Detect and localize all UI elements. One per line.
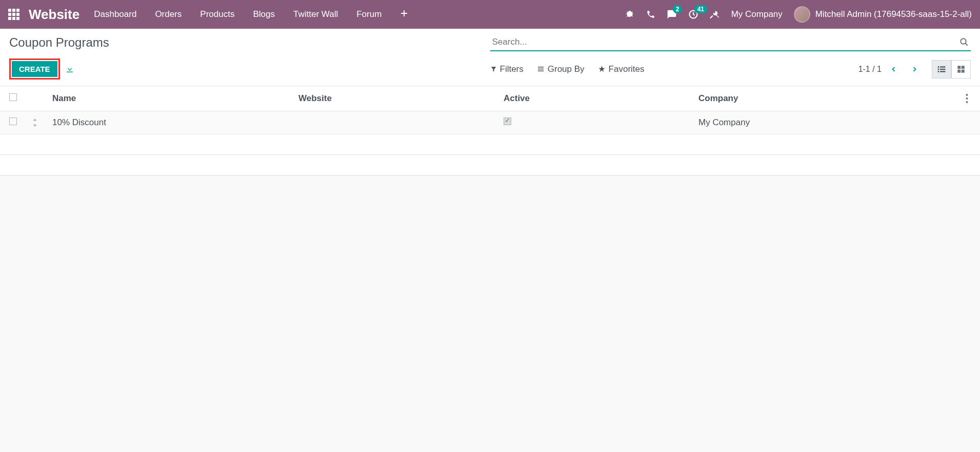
svg-rect-3	[940, 66, 946, 67]
brand-title[interactable]: Website	[29, 7, 79, 23]
search-input[interactable]	[492, 37, 960, 47]
nav-twitter-wall[interactable]: Twitter Wall	[293, 9, 338, 19]
messaging-icon[interactable]: 2	[667, 9, 677, 19]
nav-products[interactable]: Products	[200, 9, 234, 19]
svg-point-4	[938, 68, 939, 70]
pager-next[interactable]	[906, 63, 923, 76]
nav-forum[interactable]: Forum	[356, 9, 382, 19]
pager: 1-1 / 1	[858, 63, 923, 76]
svg-rect-5	[940, 68, 946, 69]
company-switcher[interactable]: My Company	[731, 9, 783, 19]
avatar	[794, 6, 810, 23]
cell-website	[292, 111, 497, 134]
nav-orders[interactable]: Orders	[155, 9, 182, 19]
messaging-badge: 2	[673, 5, 683, 13]
search-bar	[490, 34, 971, 51]
page-title: Coupon Programs	[9, 35, 490, 50]
col-active[interactable]: Active	[497, 86, 692, 111]
svg-rect-9	[962, 66, 965, 69]
pager-prev[interactable]	[886, 63, 902, 76]
export-icon[interactable]	[65, 65, 74, 74]
sort-handle-icon[interactable]	[26, 111, 46, 134]
pager-text[interactable]: 1-1 / 1	[858, 65, 882, 74]
groupby-button[interactable]: Group By	[537, 64, 585, 74]
apps-icon[interactable]	[8, 9, 19, 20]
kanban-view-button[interactable]	[951, 60, 971, 78]
cell-name: 10% Discount	[46, 111, 292, 134]
nav-dashboard[interactable]: Dashboard	[94, 9, 136, 19]
svg-point-13	[966, 97, 968, 100]
cell-company: My Company	[692, 111, 959, 134]
select-all-checkbox[interactable]	[9, 93, 17, 101]
empty-row	[0, 155, 980, 175]
svg-rect-8	[957, 66, 961, 69]
svg-point-6	[938, 71, 939, 72]
col-company[interactable]: Company	[692, 86, 959, 111]
list-view-button[interactable]	[932, 60, 951, 78]
svg-rect-11	[962, 69, 965, 72]
top-navbar: Website Dashboard Orders Products Blogs …	[0, 0, 980, 29]
optional-columns-icon[interactable]	[959, 86, 980, 111]
activity-icon[interactable]: 41	[688, 9, 698, 19]
svg-rect-10	[957, 69, 961, 72]
bug-icon[interactable]	[625, 9, 635, 19]
user-menu[interactable]: Mitchell Admin (17694536-saas-15-2-all)	[794, 6, 972, 23]
row-checkbox[interactable]	[9, 117, 17, 125]
svg-point-2	[938, 66, 939, 68]
table-row[interactable]: 10% Discount My Company	[0, 111, 980, 134]
col-name[interactable]: Name	[46, 86, 292, 111]
cell-active-checkbox[interactable]	[504, 117, 511, 125]
list-view: Name Website Active Company 10% Discount…	[0, 86, 980, 175]
svg-point-1	[961, 38, 966, 44]
filters-button[interactable]: Filters	[490, 64, 524, 74]
phone-icon[interactable]	[646, 10, 655, 19]
favorites-button[interactable]: Favorites	[598, 64, 645, 74]
search-icon[interactable]	[959, 37, 969, 47]
view-switcher	[932, 60, 971, 78]
create-highlight: CREATE	[9, 58, 60, 80]
nav-blogs[interactable]: Blogs	[253, 9, 275, 19]
nav-add[interactable]	[400, 9, 408, 19]
nav-links: Dashboard Orders Products Blogs Twitter …	[94, 9, 408, 19]
svg-point-12	[966, 94, 968, 96]
activity-badge: 41	[694, 5, 707, 13]
svg-point-14	[966, 101, 968, 103]
user-name: Mitchell Admin (17694536-saas-15-2-all)	[815, 9, 972, 19]
svg-rect-7	[940, 71, 946, 72]
empty-row	[0, 134, 980, 155]
control-panel: Coupon Programs CREATE Filters	[0, 29, 980, 86]
col-website[interactable]: Website	[292, 86, 497, 111]
tools-icon[interactable]	[710, 9, 720, 19]
create-button[interactable]: CREATE	[12, 61, 57, 77]
table-header-row: Name Website Active Company	[0, 86, 980, 111]
